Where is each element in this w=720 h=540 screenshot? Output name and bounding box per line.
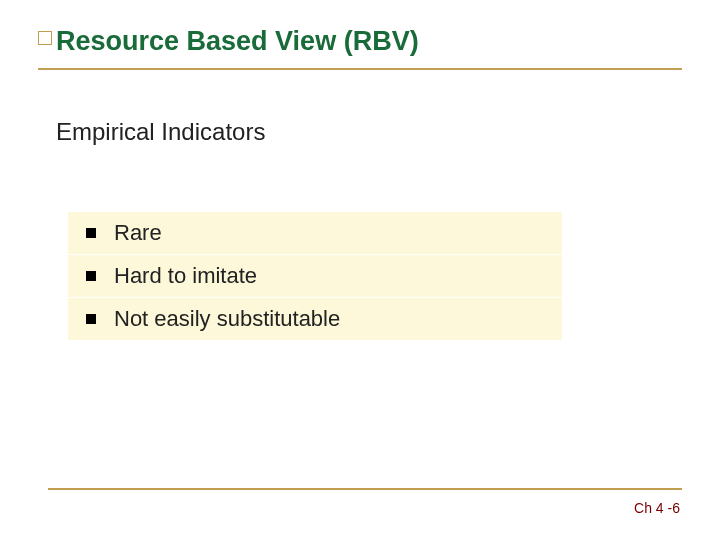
list-item: Hard to imitate <box>68 255 562 297</box>
square-bullet-icon <box>86 271 96 281</box>
bullet-text: Rare <box>114 220 162 246</box>
bullet-text: Hard to imitate <box>114 263 257 289</box>
accent-box-icon <box>38 31 52 45</box>
slide-title: Resource Based View (RBV) <box>56 26 419 57</box>
slide-footer: Ch 4 -6 <box>634 500 680 516</box>
list-item: Rare <box>68 212 562 254</box>
bullet-text: Not easily substitutable <box>114 306 340 332</box>
title-underline <box>38 68 682 70</box>
square-bullet-icon <box>86 228 96 238</box>
bullet-list: Rare Hard to imitate Not easily substitu… <box>68 212 562 341</box>
square-bullet-icon <box>86 314 96 324</box>
slide-subtitle: Empirical Indicators <box>56 118 265 146</box>
list-item: Not easily substitutable <box>68 298 562 340</box>
bottom-rule <box>48 488 682 490</box>
slide: Resource Based View (RBV) Empirical Indi… <box>0 0 720 540</box>
